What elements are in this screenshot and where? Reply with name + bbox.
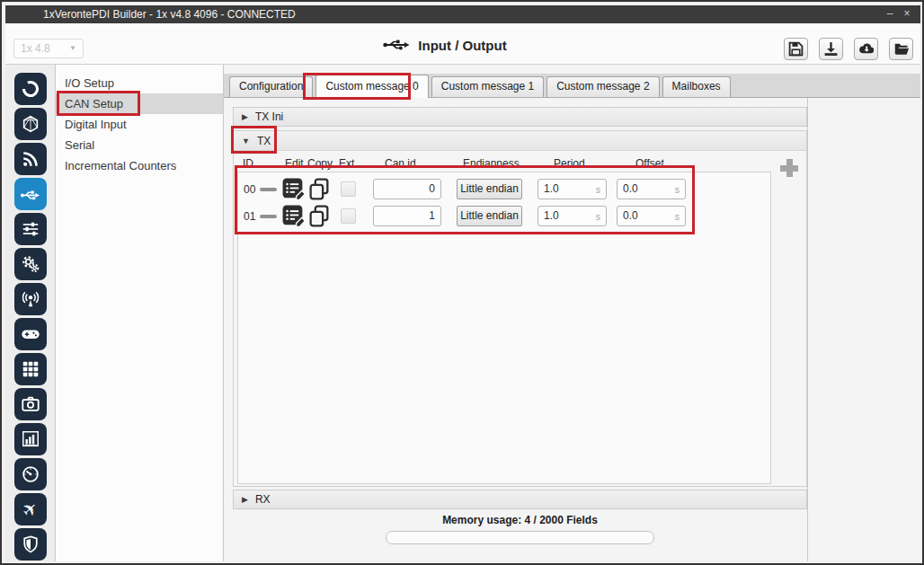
save-button[interactable] <box>784 38 808 60</box>
open-file-button[interactable] <box>889 38 913 60</box>
sidebar-item-flight-plane-icon[interactable]: ✈ <box>14 493 47 525</box>
section-rx-label: RX <box>255 493 271 506</box>
column-header-id: ID <box>243 157 253 170</box>
copy-button[interactable] <box>307 177 332 201</box>
save-floppy-icon <box>788 41 804 57</box>
menu-item-digital-input[interactable]: Digital Input <box>56 114 223 135</box>
endianness-button[interactable]: Little endian <box>457 206 522 226</box>
toolbar: 1x 4.8 ▼ Input / Output <box>5 23 920 65</box>
edit-button[interactable] <box>281 177 306 201</box>
memory-usage-label: Memory usage: 4 / 2000 Fields <box>233 514 807 526</box>
offset-value: 0.0 <box>623 207 638 225</box>
sidebar-item-veronte-ring-icon[interactable] <box>14 73 47 105</box>
tabstrip: Configuration Custom message 0 Custom me… <box>224 74 920 98</box>
row-id-label: 00 <box>244 183 255 196</box>
section-tx-label: TX <box>257 135 271 147</box>
offset-input[interactable]: 0.0 s <box>617 179 686 199</box>
period-unit: s <box>596 180 600 199</box>
sidebar-item-stick-gamepad-icon[interactable] <box>14 318 47 350</box>
page-title: Input / Output <box>418 38 506 53</box>
offset-value: 0.0 <box>623 180 638 199</box>
sidebar-item-data-chart-icon[interactable] <box>14 423 47 455</box>
edit-list-pencil-icon <box>281 177 306 201</box>
column-header-copy: Copy <box>307 157 333 170</box>
column-header-offset: Offset <box>635 157 664 170</box>
sidebar-item-camera-icon[interactable] <box>14 388 47 420</box>
minimize-button[interactable]: – <box>883 5 897 23</box>
sidebar-item-automations-gears-icon[interactable] <box>14 248 47 280</box>
drag-handle-icon[interactable] <box>260 188 277 191</box>
download-tray-icon <box>823 41 839 57</box>
offset-unit: s <box>675 207 680 225</box>
section-tx-ini-label: TX Ini <box>255 110 283 123</box>
can-id-input[interactable]: 1 <box>373 206 441 226</box>
tab-mailboxes[interactable]: Mailboxes <box>662 76 731 97</box>
column-header-endianness: Endianness <box>463 157 520 170</box>
copy-button[interactable] <box>307 204 332 228</box>
row-id-label: 01 <box>244 210 255 223</box>
memory-progress-bar <box>386 531 654 544</box>
section-tx-content: ▼ TX ID Edit Copy Ext Can id Endianness … <box>233 130 807 487</box>
sidebar-item-telemetry-signal-icon[interactable] <box>14 143 47 175</box>
usb-icon <box>383 37 410 53</box>
copy-pages-icon <box>307 204 332 228</box>
cloud-download-button[interactable] <box>854 38 878 60</box>
sidebar-item-safety-shield-icon[interactable] <box>14 528 47 561</box>
period-value: 1.0 <box>544 180 559 199</box>
column-header-ext: Ext <box>339 157 354 170</box>
section-rx[interactable]: ▶ RX <box>233 490 807 509</box>
drag-handle-icon[interactable] <box>260 215 277 218</box>
table-row: 00 <box>238 177 770 202</box>
close-button[interactable]: × <box>900 5 914 23</box>
add-row-button[interactable] <box>780 159 798 177</box>
sidebar-item-hexagon-mesh-icon[interactable] <box>14 108 47 140</box>
sidebar-item-control-sliders-icon[interactable] <box>14 213 47 245</box>
expanded-arrow-icon: ▼ <box>242 137 250 146</box>
sidebar-item-input-output-usb-icon[interactable] <box>14 178 47 210</box>
period-input[interactable]: 1.0 s <box>538 206 607 226</box>
copy-pages-icon <box>307 177 332 201</box>
column-header-edit: Edit <box>285 157 304 170</box>
tab-custom-message-2[interactable]: Custom message 2 <box>546 76 659 97</box>
import-button[interactable] <box>819 38 843 60</box>
sidebar-item-hud-gauge-icon[interactable] <box>14 458 47 490</box>
tab-custom-message-1[interactable]: Custom message 1 <box>431 76 544 97</box>
can-id-input[interactable]: 0 <box>373 179 441 199</box>
module-iconbar: ✈ <box>5 65 55 561</box>
collapsed-arrow-icon: ▶ <box>242 495 248 504</box>
section-tx[interactable]: ▼ TX <box>234 131 806 151</box>
endianness-button[interactable]: Little endian <box>457 179 522 199</box>
collapsed-arrow-icon: ▶ <box>242 112 248 121</box>
table-row: 01 <box>238 204 770 229</box>
menu-item-incremental-counters[interactable]: Incremental Counters <box>56 155 223 176</box>
period-unit: s <box>596 207 600 225</box>
sidebar-item-blocks-grid-icon[interactable] <box>14 353 47 385</box>
menu-item-io-setup[interactable]: I/O Setup <box>56 73 223 93</box>
section-tx-ini[interactable]: ▶ TX Ini <box>233 107 807 127</box>
edit-list-pencil-icon <box>281 204 306 228</box>
column-header-period: Period <box>554 157 585 170</box>
ext-checkbox[interactable] <box>341 181 356 197</box>
tab-custom-message-0[interactable]: Custom message 0 <box>315 75 428 98</box>
can-menu-panel: I/O Setup CAN Setup Digital Input Serial… <box>55 65 224 561</box>
open-folder-icon <box>893 41 910 57</box>
menu-item-serial[interactable]: Serial <box>56 135 223 155</box>
cloud-arrow-down-icon <box>858 41 875 57</box>
edit-button[interactable] <box>281 204 306 228</box>
tx-message-list: 00 <box>237 172 771 484</box>
offset-unit: s <box>675 180 680 199</box>
menu-item-can-setup[interactable]: CAN Setup <box>56 93 223 114</box>
offset-input[interactable]: 0.0 s <box>617 206 686 226</box>
column-header-can-id: Can id <box>385 157 416 170</box>
content-divider <box>807 98 808 561</box>
main-content: Configuration Custom message 0 Custom me… <box>224 65 920 561</box>
tab-configuration[interactable]: Configuration <box>229 76 313 97</box>
page-header: Input / Output <box>5 34 884 56</box>
period-input[interactable]: 1.0 s <box>538 179 607 199</box>
toolbar-buttons <box>784 38 913 60</box>
ext-checkbox[interactable] <box>341 208 356 224</box>
sidebar-item-communications-beacon-icon[interactable] <box>14 283 47 315</box>
period-value: 1.0 <box>544 207 559 225</box>
titlebar: 1xVerontePDI Builder - 1x v4.8 4096 - CO… <box>5 5 920 23</box>
app-window: 1xVerontePDI Builder - 1x v4.8 4096 - CO… <box>0 0 924 565</box>
